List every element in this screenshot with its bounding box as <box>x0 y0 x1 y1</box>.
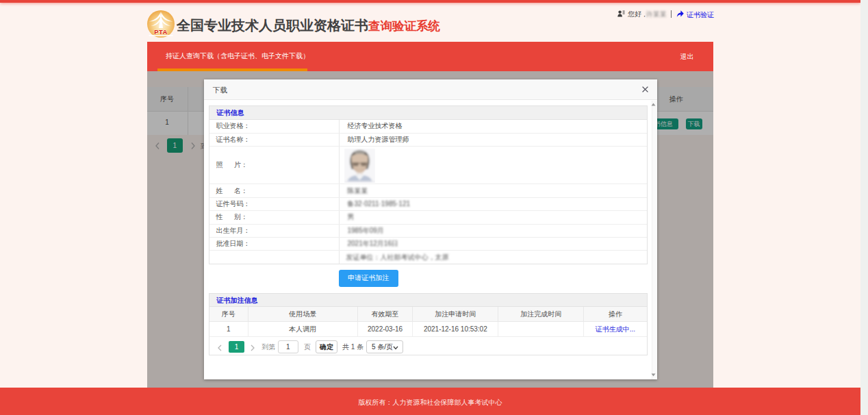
svg-text:PTA: PTA <box>154 28 168 36</box>
